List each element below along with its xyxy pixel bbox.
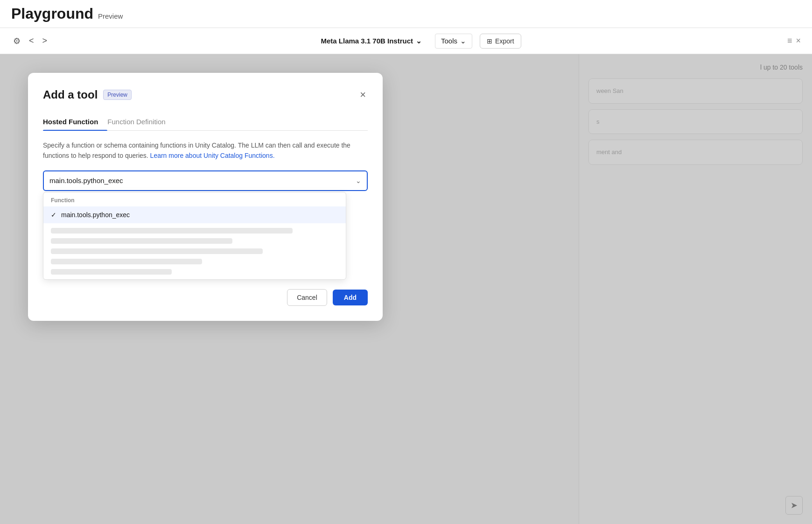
skeleton-line-1 <box>51 228 293 234</box>
export-button[interactable]: ⊞ Export <box>480 34 521 49</box>
header-preview-label: Preview <box>98 12 123 20</box>
model-label: Meta Llama 3.1 70B Instruct <box>321 37 413 45</box>
modal-preview-badge: Preview <box>103 90 132 100</box>
cancel-button[interactable]: Cancel <box>287 289 327 306</box>
nav-right-button[interactable]: > <box>41 34 49 48</box>
main-content: l up to 20 tools ween San s ment and ➤ <box>0 54 812 524</box>
skeleton-line-4 <box>51 259 202 264</box>
toolbar-left: ⚙ < > <box>11 34 49 48</box>
modal-overlay: Add a tool Preview × Hosted Function Fun… <box>0 54 812 524</box>
function-input[interactable] <box>49 177 356 184</box>
export-icon: ⊞ <box>487 37 492 45</box>
nav-left-button[interactable]: < <box>27 34 36 48</box>
skeleton-line-2 <box>51 238 232 244</box>
add-tool-modal: Add a tool Preview × Hosted Function Fun… <box>28 73 383 321</box>
skeleton-line-3 <box>51 248 263 254</box>
gear-icon: ⚙ <box>13 36 21 46</box>
learn-more-link[interactable]: Learn more about Unity Catalog Functions… <box>150 152 275 159</box>
function-input-row: ⌄ <box>43 170 368 191</box>
filter-icon: ≡ <box>787 36 792 46</box>
settings-button[interactable]: ⚙ <box>11 34 22 48</box>
tab-hosted-function[interactable]: Hosted Function <box>43 113 107 130</box>
modal-title-row: Add a tool Preview <box>43 88 132 101</box>
model-selector-button[interactable]: Meta Llama 3.1 70B Instruct ⌄ <box>315 34 427 48</box>
close-icon-toolbar: × <box>796 36 801 46</box>
toolbar-center: Meta Llama 3.1 70B Instruct ⌄ Tools ⌄ ⊞ … <box>56 34 780 49</box>
modal-close-button[interactable]: × <box>358 88 368 102</box>
modal-description: Specify a function or schema containing … <box>43 140 368 161</box>
input-wrapper: ⌄ Function ✓ main.tools.python_exec <box>43 170 368 280</box>
check-icon: ✓ <box>51 211 56 219</box>
header-title-group: Playground Preview <box>11 5 123 22</box>
modal-footer: Cancel Add <box>43 289 368 306</box>
skeleton-line-5 <box>51 269 172 275</box>
right-arrow-icon: > <box>42 36 48 45</box>
input-chevron-icon[interactable]: ⌄ <box>356 177 361 184</box>
export-label: Export <box>495 37 514 45</box>
modal-header: Add a tool Preview × <box>43 88 368 102</box>
toolbar: ⚙ < > Meta Llama 3.1 70B Instruct ⌄ Tool… <box>0 28 812 54</box>
playground-background: Playground Preview ⚙ < > Meta Llama 3.1 … <box>0 0 812 524</box>
dropdown-section-label: Function <box>43 192 346 206</box>
tools-selector-button[interactable]: Tools ⌄ <box>435 34 472 49</box>
top-header: Playground Preview <box>0 0 812 28</box>
modal-tabs: Hosted Function Function Definition <box>43 113 368 131</box>
page-title: Playground <box>11 5 93 22</box>
model-chevron-icon: ⌄ <box>416 37 422 45</box>
add-button[interactable]: Add <box>333 290 368 305</box>
dropdown-item-selected[interactable]: ✓ main.tools.python_exec <box>43 206 346 223</box>
function-dropdown: Function ✓ main.tools.python_exec <box>43 192 346 280</box>
tools-chevron-icon: ⌄ <box>460 37 466 45</box>
tools-label: Tools <box>441 37 457 45</box>
left-arrow-icon: < <box>29 36 34 45</box>
tab-function-definition[interactable]: Function Definition <box>107 113 175 130</box>
modal-title: Add a tool <box>43 88 98 101</box>
toolbar-right: ≡ × <box>787 36 801 46</box>
dropdown-item-label: main.tools.python_exec <box>61 211 130 219</box>
